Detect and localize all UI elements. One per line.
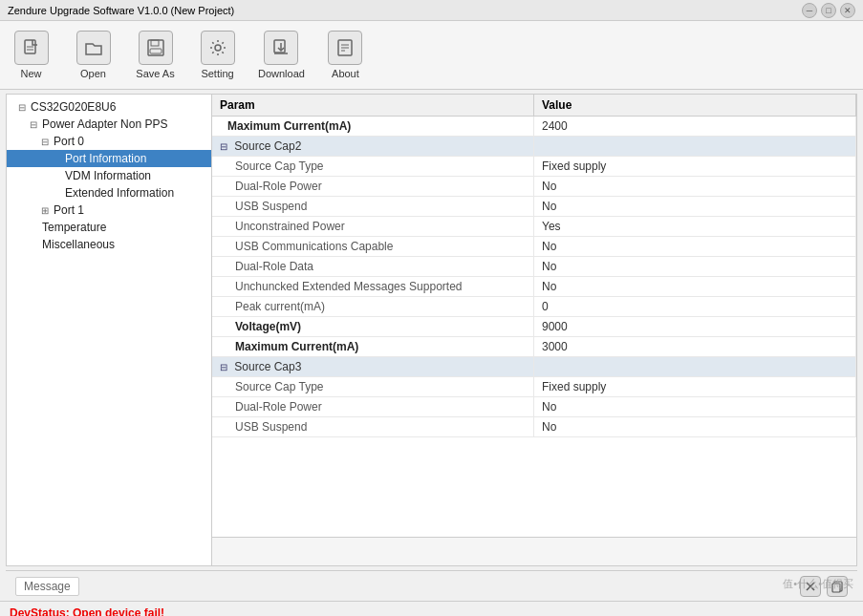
table-row-group: ⊟ Source Cap3: [212, 357, 856, 377]
open-button[interactable]: Open: [72, 31, 115, 79]
tree-label-port-info: Port Information: [65, 152, 146, 165]
value-cell: 3000: [534, 337, 856, 356]
param-cell: Unchuncked Extended Messages Supported: [212, 277, 534, 296]
message-bar: Message: [6, 570, 857, 601]
tree-label-port0: Port 0: [54, 135, 84, 148]
table-row: Maximum Current(mA) 2400: [212, 117, 856, 137]
value-cell: Fixed supply: [534, 157, 856, 176]
param-cell-group: ⊟ Source Cap3: [212, 357, 534, 376]
table-header: Param Value: [212, 95, 856, 117]
param-cell: Source Cap Type: [212, 377, 534, 396]
close-button[interactable]: ✕: [840, 3, 855, 18]
group-toggle-icon2: ⊟: [220, 362, 227, 372]
table-row: Dual-Role Data No: [212, 257, 856, 277]
dev-status-label: DevStatus: Open device fail!: [10, 606, 164, 617]
new-label: New: [20, 68, 41, 79]
value-cell: No: [534, 177, 856, 196]
table-row: USB Suspend No: [212, 417, 856, 437]
svg-point-6: [215, 45, 221, 51]
tree-item-power-adapter[interactable]: ⊟ Power Adapter Non PPS: [7, 116, 211, 133]
table-row: Peak current(mA) 0: [212, 297, 856, 317]
param-table[interactable]: Param Value Maximum Current(mA) 2400 ⊟ S…: [212, 95, 856, 537]
param-col-header: Param: [212, 95, 534, 116]
status-bar: DevStatus: Open device fail!: [0, 601, 863, 616]
download-label: Download: [258, 68, 305, 79]
expand-icon-port1: ⊞: [41, 205, 51, 216]
main-area: ⊟ CS32G020E8U6 ⊟ Power Adapter Non PPS ⊟…: [6, 94, 857, 566]
save-as-label: Save As: [136, 68, 174, 79]
tree-item-root[interactable]: ⊟ CS32G020E8U6: [7, 98, 211, 116]
param-cell: USB Suspend: [212, 417, 534, 436]
titlebar: Zendure Upgrade Software V1.0.0 (New Pro…: [0, 0, 863, 21]
tree-item-miscellaneous[interactable]: Miscellaneous: [7, 236, 211, 253]
table-row: Dual-Role Power No: [212, 177, 856, 197]
tree-label-root: CS32G020E8U6: [31, 100, 116, 114]
value-cell-group: [534, 357, 856, 376]
table-row-group: ⊟ Source Cap2: [212, 137, 856, 157]
param-cell: Maximum Current(mA): [212, 117, 534, 136]
svg-rect-5: [150, 49, 162, 53]
param-cell: Dual-Role Data: [212, 257, 534, 276]
tree-item-ext-info[interactable]: Extended Information: [7, 184, 211, 202]
table-row: USB Suspend No: [212, 197, 856, 217]
param-cell: Voltage(mV): [212, 317, 534, 336]
table-row: Source Cap Type Fixed supply: [212, 157, 856, 177]
group-label: Source Cap2: [234, 139, 301, 153]
tree-label-vdm-info: VDM Information: [65, 169, 151, 182]
expand-icon-port0: ⊟: [41, 137, 51, 147]
svg-rect-4: [151, 40, 159, 46]
tree-item-port1[interactable]: ⊞ Port 1: [7, 202, 211, 219]
table-row: Maximum Current(mA) 3000: [212, 337, 856, 357]
setting-button[interactable]: Setting: [196, 31, 239, 79]
value-cell: 9000: [534, 317, 856, 336]
minimize-button[interactable]: ─: [802, 3, 817, 18]
tree-item-port-info[interactable]: Port Information: [7, 150, 211, 167]
value-cell: No: [534, 237, 856, 256]
param-cell: Maximum Current(mA): [212, 337, 534, 356]
group-label2: Source Cap3: [234, 360, 301, 373]
save-as-icon: [139, 31, 173, 65]
value-cell: No: [534, 417, 856, 436]
value-cell: 0: [534, 297, 856, 316]
message-icons: [800, 576, 848, 597]
bottom-content: [212, 537, 856, 565]
param-cell: Dual-Role Power: [212, 397, 534, 416]
tree-label-power-adapter: Power Adapter Non PPS: [42, 117, 167, 131]
copy-message-button[interactable]: [827, 576, 848, 597]
value-cell: Yes: [534, 217, 856, 236]
tree-label-temperature: Temperature: [42, 221, 106, 234]
value-cell: Fixed supply: [534, 377, 856, 396]
dev-status-key: DevStatus:: [10, 606, 70, 617]
dev-status-value: Open device fail!: [73, 606, 164, 617]
tree-label-port1: Port 1: [54, 203, 84, 217]
tree-label-miscellaneous: Miscellaneous: [42, 238, 115, 251]
new-button[interactable]: New: [10, 31, 53, 79]
tree-label-ext-info: Extended Information: [65, 186, 174, 200]
clear-message-button[interactable]: [800, 576, 821, 597]
window-controls: ─ □ ✕: [802, 3, 855, 18]
value-cell: No: [534, 397, 856, 416]
tree-item-temperature[interactable]: Temperature: [7, 219, 211, 236]
param-cell: Dual-Role Power: [212, 177, 534, 196]
about-button[interactable]: About: [324, 31, 367, 79]
save-as-button[interactable]: Save As: [134, 31, 177, 79]
tree-item-port0[interactable]: ⊟ Port 0: [7, 133, 211, 150]
param-cell: Peak current(mA): [212, 297, 534, 316]
expand-icon-root: ⊟: [18, 102, 28, 113]
window-title: Zendure Upgrade Software V1.0.0 (New Pro…: [8, 5, 234, 16]
value-cell: 2400: [534, 117, 856, 136]
setting-label: Setting: [201, 68, 233, 79]
table-row: Unconstrained Power Yes: [212, 217, 856, 237]
param-cell-group: ⊟ Source Cap2: [212, 137, 534, 156]
group-toggle-icon: ⊟: [220, 141, 227, 152]
download-button[interactable]: Download: [258, 31, 305, 79]
open-icon: [76, 31, 111, 65]
table-row: Unchuncked Extended Messages Supported N…: [212, 277, 856, 297]
value-cell-group: [534, 137, 856, 156]
setting-icon: [201, 31, 235, 65]
content-panel: Param Value Maximum Current(mA) 2400 ⊟ S…: [212, 95, 856, 565]
maximize-button[interactable]: □: [821, 3, 836, 18]
tree-item-vdm-info[interactable]: VDM Information: [7, 167, 211, 184]
download-icon: [264, 31, 298, 65]
svg-rect-14: [832, 584, 840, 592]
